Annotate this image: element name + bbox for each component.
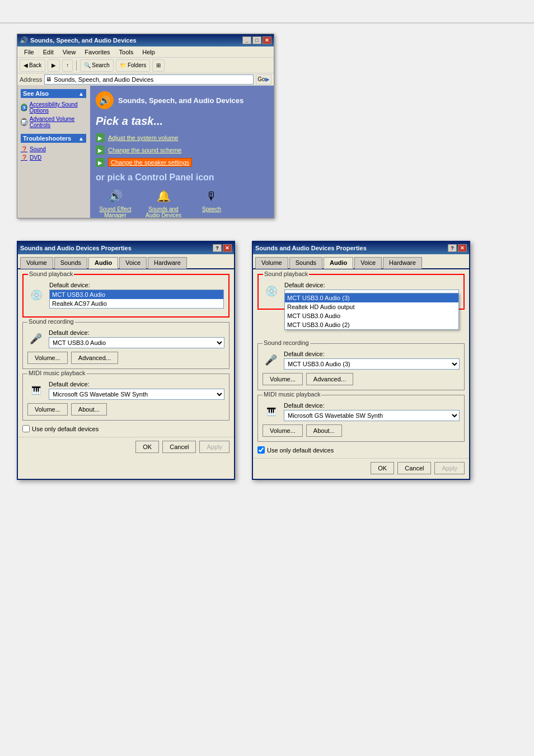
collapse-troubleshooters-button[interactable]: ▲ [78, 136, 84, 142]
menu-tools[interactable]: Tools [115, 48, 138, 57]
playback-dropdown-1[interactable]: MCT USB3.0 Audio Realtek AC97 Audio [49, 290, 224, 309]
task-item-2[interactable]: ▶ Change the speaker settings [96, 158, 268, 167]
playback-popup-option-2[interactable]: MCT USB3.0 Audio [285, 311, 458, 320]
recording-advanced-button-2[interactable]: Advanced... [306, 373, 353, 385]
speech-img: 🎙 [203, 187, 221, 205]
address-value: Sounds, Speech, and Audio Devices [54, 76, 153, 83]
view-button[interactable]: ⊞ [152, 59, 165, 72]
task-icon-0: ▶ [96, 133, 105, 142]
midi-about-button-2[interactable]: About... [306, 424, 342, 437]
midi-volume-button-2[interactable]: Volume... [263, 424, 303, 437]
address-field[interactable]: 🖥 Sounds, Speech, and Audio Devices [44, 74, 254, 85]
dialog1-titlebar-buttons: ? ✕ [213, 244, 232, 252]
forward-button[interactable]: ▶ [48, 59, 60, 72]
midi-section-1: MIDI music playback 🎹 Default device: Mi… [22, 374, 229, 421]
cp-speaker-icon: 🔊 [96, 91, 114, 109]
troubleshooters-section: Troubleshooters ▲ [21, 134, 86, 143]
playback-device-info-1: Default device: MCT USB3.0 Audio Realtek… [49, 282, 224, 309]
tab-voice-2[interactable]: Voice [354, 257, 382, 269]
dialog1-help-button[interactable]: ? [213, 244, 222, 252]
midi-about-button-1[interactable]: About... [71, 403, 107, 416]
playback-popup-option-0[interactable]: MCT USB3.0 Audio (3) [285, 293, 458, 302]
dialog2-apply-button[interactable]: Apply [434, 462, 465, 474]
default-devices-checkbox-2[interactable] [257, 446, 265, 454]
back-button[interactable]: ◀ Back [20, 59, 45, 72]
dvd-troubleshooter-link[interactable]: ❓ DVD [21, 153, 86, 162]
recording-btn-row-1: Volume... Advanced... [27, 352, 224, 364]
sound-troubleshooter-link[interactable]: ❓ Sound [21, 145, 86, 153]
tab-audio-1[interactable]: Audio [88, 257, 118, 269]
maximize-button[interactable]: □ [252, 36, 261, 44]
dialog1-ok-button[interactable]: OK [135, 441, 159, 453]
up-button[interactable]: ↑ [62, 59, 73, 72]
sound-troubleshooter-icon: ❓ [21, 146, 27, 152]
sound-playback-title-1: Sound playback [28, 270, 74, 277]
sounds-audio-devices-img: 🔔 [154, 187, 172, 205]
playback-device-row-2: 💿 Default device: MCT USB3.0 Audio (3) ▼… [263, 282, 459, 301]
tab-voice-1[interactable]: Voice [119, 257, 147, 269]
midi-select-2[interactable]: Microsoft GS Wavetable SW Synth [284, 410, 460, 421]
sounds-audio-devices-icon[interactable]: 🔔 Sounds and Audio Devices [144, 187, 183, 218]
playback-option-0-1[interactable]: MCT USB3.0 Audio [50, 290, 223, 299]
advanced-volume-link[interactable]: 📊 Advanced Volume Controls [21, 115, 86, 129]
playback-popup-option-3[interactable]: MCT USB3.0 Audio (2) [285, 320, 458, 329]
tab-sounds-1[interactable]: Sounds [54, 257, 87, 269]
recording-select-2[interactable]: MCT USB3.0 Audio (3) [284, 358, 460, 370]
recording-volume-button-1[interactable]: Volume... [27, 352, 68, 364]
search-button[interactable]: 🔍 Search [80, 59, 114, 72]
menu-help[interactable]: Help [138, 48, 160, 57]
close-button[interactable]: ✕ [263, 36, 271, 44]
menu-view[interactable]: View [58, 48, 81, 57]
dialog1-close-button[interactable]: ✕ [223, 244, 232, 252]
dialog1-cancel-button[interactable]: Cancel [162, 441, 196, 453]
tab-hardware-1[interactable]: Hardware [148, 257, 187, 269]
go-button[interactable]: Go ▶ [256, 74, 271, 85]
tab-hardware-2[interactable]: Hardware [383, 257, 422, 269]
task-link-1[interactable]: Change the sound scheme [108, 147, 181, 153]
dialog1-bottom-buttons: OK Cancel Apply [18, 437, 234, 458]
task-icon-2: ▶ [96, 158, 105, 167]
recording-volume-button-2[interactable]: Volume... [263, 373, 303, 385]
recording-advanced-button-1[interactable]: Advanced... [71, 352, 118, 364]
midi-title-1: MIDI music playback [27, 370, 86, 376]
midi-device-info-2: Default device: Microsoft GS Wavetable S… [284, 402, 460, 421]
recording-select-1[interactable]: MCT USB3.0 Audio [49, 337, 224, 348]
task-link-2[interactable]: Change the speaker settings [108, 158, 192, 167]
playback-popup-option-1[interactable]: Realtek HD Audio output [285, 302, 458, 311]
playback-dropdown-popup-2[interactable]: MCT USB3.0 Audio (3) Realtek HD Audio ou… [284, 293, 459, 330]
accessibility-sound-link[interactable]: ♿ Accessibility Sound Options [21, 100, 86, 115]
tab-audio-2[interactable]: Audio [324, 257, 353, 269]
midi-select-1[interactable]: Microsoft GS Wavetable SW Synth [49, 389, 224, 400]
tab-volume-1[interactable]: Volume [20, 257, 53, 269]
midi-volume-button-1[interactable]: Volume... [27, 403, 68, 416]
recording-device-row-1: 🎤 Default device: MCT USB3.0 Audio [27, 329, 224, 348]
dialog2-cancel-button[interactable]: Cancel [397, 462, 431, 474]
dialog1-title-text: Sounds and Audio Devices Properties [20, 245, 132, 251]
collapse-see-also-button[interactable]: ▲ [78, 91, 84, 97]
tab-volume-2[interactable]: Volume [255, 257, 288, 269]
menu-file[interactable]: File [20, 48, 39, 57]
playback-icon-1: 💿 [28, 287, 45, 304]
dialog2-ok-button[interactable]: OK [371, 462, 394, 474]
default-devices-checkbox-1[interactable] [22, 425, 30, 432]
menu-edit[interactable]: Edit [39, 48, 58, 57]
cp-pick-task-label: Pick a task... [96, 115, 268, 128]
dialog2-close-button[interactable]: ✕ [458, 244, 467, 252]
task-link-0[interactable]: Adjust the system volume [108, 134, 178, 141]
speech-icon[interactable]: 🎙 Speech [192, 187, 231, 218]
dvd-troubleshooter-icon: ❓ [21, 155, 27, 161]
playback-option-1-1[interactable]: Realtek AC97 Audio [50, 299, 223, 308]
see-also-section: See Also ▲ [21, 89, 86, 98]
minimize-button[interactable]: _ [242, 36, 251, 44]
folders-button[interactable]: 📁 Folders [116, 59, 150, 72]
checkbox-row-1: Use only default devices [22, 425, 229, 432]
dialog1-apply-button[interactable]: Apply [199, 441, 229, 453]
sound-effect-manager-icon[interactable]: 🔊 Sound Effect Manager [96, 187, 135, 218]
dialog2-help-button[interactable]: ? [448, 244, 457, 252]
mic-icon-2: 🎤 [263, 352, 279, 368]
menu-favorites[interactable]: Favorites [80, 48, 114, 57]
task-item-0[interactable]: ▶ Adjust the system volume [96, 133, 268, 142]
task-item-1[interactable]: ▶ Change the sound scheme [96, 146, 268, 155]
tab-sounds-2[interactable]: Sounds [289, 257, 322, 269]
or-pick-label: or pick a Control Panel icon [96, 172, 268, 183]
